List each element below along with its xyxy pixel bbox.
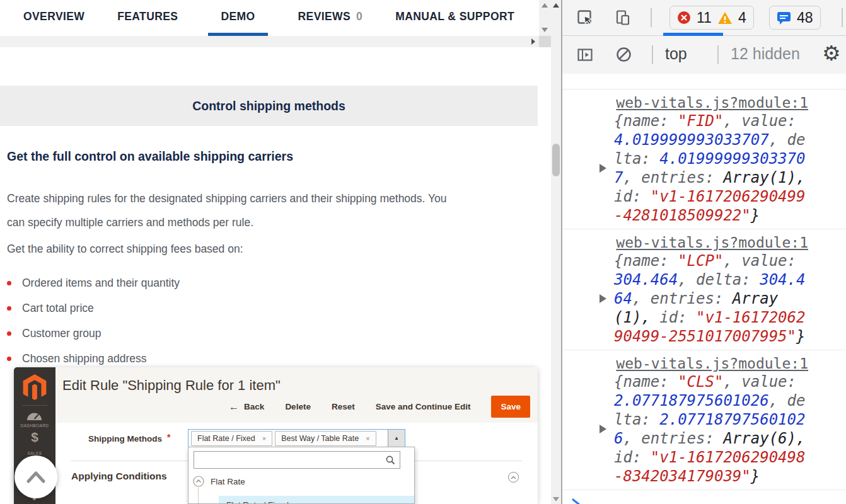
tab-reviews[interactable]: REVIEWS 0 [296,0,366,36]
console-sidebar-icon[interactable] [576,46,594,64]
console-token: -4281018509922" [614,207,751,224]
content-paragraph-2: Get the ability to correct shipping fees… [7,243,243,256]
paragraph-line: Create shipping rules for the designated… [7,192,447,205]
expand-triangle-icon[interactable] [600,164,606,173]
tab-features[interactable]: FEATURES [115,0,180,36]
chip-remove-icon[interactable]: × [366,435,369,442]
reset-button[interactable]: Reset [332,402,355,411]
console-object: {name: "LCP", value:304.464, delta: 304.… [599,251,846,346]
scroll-down-arrow-icon[interactable] [553,497,559,501]
console-prompt[interactable] [562,490,846,504]
search-icon[interactable] [386,455,395,465]
console-messages-area: web-vitals.js?module:1{name: "FID", valu… [562,74,846,504]
console-token: , entries: [623,430,723,447]
clear-console-icon[interactable] [615,46,632,63]
console-token: id: [614,449,651,466]
console-preview-line: {name: "FID", value: [614,112,808,130]
scroll-to-top-button[interactable] [14,455,57,498]
expand-triangle-icon[interactable] [600,294,606,303]
list-item-label: Chosen shipping address [22,352,147,365]
dashboard-icon[interactable] [26,411,43,421]
scroll-right-arrow-icon[interactable] [531,38,535,45]
multiselect-toggle-button[interactable]: ▲ [388,430,405,447]
bullet-icon [7,306,11,311]
page-vertical-scrollbar[interactable] [551,0,561,504]
context-selector[interactable]: top [665,45,687,63]
messages-badge-group[interactable]: 48 [769,6,821,30]
scroll-down-arrow-icon[interactable] [542,28,548,32]
admin-page-header: Edit Rule "Shipping Rule for 1 item" ← B… [55,367,538,423]
chip-remove-icon[interactable]: × [262,435,266,442]
console-entry: web-vitals.js?module:1{name: "FID", valu… [562,89,846,229]
message-icon [777,11,791,25]
shipping-methods-multiselect[interactable]: Flat Rate / Fixed × Best Way / Table Rat… [188,429,405,447]
back-button[interactable]: ← Back [229,401,264,413]
console-token: Array [733,290,778,307]
tab-manual-support-label: MANUAL & SUPPORT [395,10,514,23]
console-source-link[interactable]: web-vitals.js?module:1 [616,355,808,372]
console-source-link[interactable]: web-vitals.js?module:1 [616,234,808,251]
save-and-continue-button[interactable]: Save and Continue Edit [376,402,471,411]
console-settings-gear-icon[interactable]: ⚙ [822,41,841,66]
console-prompt-chevron-icon [571,498,582,504]
console-token: , value: [723,112,796,130]
list-item-label: Customer group [22,327,101,340]
save-button[interactable]: Save [491,396,530,418]
console-preview-line: (1), id: "v1-16172062 [614,308,808,327]
expand-triangle-icon[interactable] [600,425,606,433]
horizontal-scrollbar[interactable] [0,36,539,47]
console-top-spacer [562,74,846,89]
chevron-up-icon [14,455,57,498]
scroll-up-arrow-icon[interactable] [553,3,559,8]
content-heading: Get the full control on available shippi… [7,149,293,164]
tab-overview-label: OVERVIEW [23,10,84,23]
console-preview-line: 4.019999993033707, de [614,130,808,149]
tab-manual-support[interactable]: MANUAL & SUPPORT [393,0,517,36]
console-link-row: web-vitals.js?module:1 [599,355,808,372]
inspect-element-icon[interactable] [576,9,594,26]
scroll-up-arrow-icon[interactable] [542,3,548,8]
inner-vertical-scrollbar[interactable] [539,0,551,36]
chevron-up-icon [511,476,516,479]
console-preview-line: 64, entries: Array [614,289,808,308]
toolbar-separator [651,8,652,27]
screenshot-root: OVERVIEW FEATURES DEMO REVIEWS 0 MANUAL … [0,0,846,504]
console-object-preview: {name: "FID", value:4.019999993033707, d… [614,112,808,225]
console-token: Array(6), [723,430,805,447]
warning-icon [717,11,733,25]
console-entry: web-vitals.js?module:1{name: "CLS", valu… [562,350,846,490]
console-preview-line: id: "v1-1617206290498 [614,448,808,467]
console-token: , entries: [623,169,723,186]
collapse-group-icon[interactable] [193,476,204,487]
console-preview-line: id: "v1-1617206290499 [614,187,808,206]
console-link-row: web-vitals.js?module:1 [599,234,808,251]
sales-icon[interactable]: $ [14,430,55,445]
collapse-section-button[interactable] [508,472,519,483]
console-preview-line: 90499-2551017007995"} [614,327,808,346]
message-count: 48 [797,9,813,26]
console-token: "LCP" [678,252,723,270]
back-button-label: Back [244,402,264,411]
tab-demo[interactable]: DEMO [208,0,267,36]
dropdown-option-selected[interactable]: Flat Rate / Fixed [219,496,414,504]
issues-badge-group[interactable]: 11 4 [669,6,754,30]
tab-demo-label: DEMO [221,10,255,23]
back-arrow-icon: ← [229,401,239,413]
search-input[interactable] [197,453,382,468]
console-token: } [796,328,805,345]
device-toolbar-icon[interactable] [614,9,632,26]
scrollbar-thumb[interactable] [552,144,560,176]
console-source-link[interactable]: web-vitals.js?module:1 [616,94,808,111]
console-object: {name: "CLS", value:2.077187975601026, d… [599,372,846,486]
bullet-icon [7,331,11,336]
console-object-preview: {name: "LCP", value:304.464, delta: 304.… [614,251,808,346]
sidebar-item-sales[interactable]: SALES [14,451,55,455]
sidebar-item-dashboard[interactable]: DASHBOARD [14,423,55,428]
delete-button[interactable]: Delete [285,402,311,411]
dropdown-group-label[interactable]: Flat Rate [211,477,245,486]
tab-overview[interactable]: OVERVIEW [21,0,87,36]
expand-arrow-wrap [599,425,614,433]
scrollbar-corner [539,36,551,47]
console-token: {name: [614,373,678,391]
console-token: 6 [614,430,623,447]
